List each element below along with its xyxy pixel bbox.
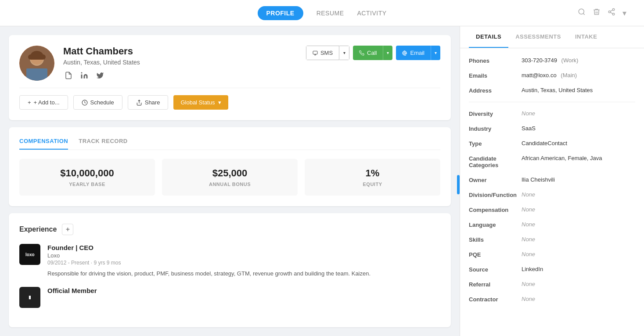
compensation-tabs: COMPENSATION TRACK RECORD xyxy=(19,138,440,150)
sms-dropdown[interactable]: ▾ xyxy=(339,46,349,60)
email-address[interactable]: matt@loxo.co xyxy=(522,72,557,79)
call-button[interactable]: Call xyxy=(353,46,383,60)
schedule-button[interactable]: Schedule xyxy=(73,95,122,110)
scroll-indicator xyxy=(457,175,460,194)
document-icon[interactable] xyxy=(63,70,74,81)
linkedin-icon[interactable] xyxy=(79,70,90,81)
top-navigation: PROFILE RESUME ActiviTy ▾ xyxy=(0,0,644,26)
sidebar-tab-details[interactable]: DETAILS xyxy=(469,26,508,48)
phones-value: 303-720-3749 (Work) xyxy=(522,57,635,64)
profile-top-row: Matt Chambers Austin, Texas, United Stat… xyxy=(19,46,440,81)
details-divider xyxy=(469,102,635,102)
pqe-value: None xyxy=(522,251,635,257)
phones-label: Phones xyxy=(469,57,522,64)
svg-rect-10 xyxy=(26,68,47,81)
address-value: Austin, Texas, United States xyxy=(522,87,635,93)
avatar xyxy=(19,46,54,81)
call-button-group: Call ▾ xyxy=(353,46,392,60)
search-icon[interactable] xyxy=(578,8,586,18)
division-label: Division/Function xyxy=(469,191,522,198)
twitter-icon[interactable] xyxy=(95,70,105,81)
svg-rect-14 xyxy=(81,75,83,79)
sms-button[interactable]: SMS xyxy=(306,46,339,60)
yearly-base-metric: $10,000,000 YEARLY BASE xyxy=(19,159,155,196)
tab-track-record[interactable]: TRACK RECORD xyxy=(79,138,127,150)
add-experience-button[interactable]: + xyxy=(62,224,73,235)
phone-number[interactable]: 303-720-3749 xyxy=(522,57,557,64)
compensation-label: Compensation xyxy=(469,206,522,213)
global-status-button[interactable]: Global Status ▾ xyxy=(173,95,228,110)
division-row: Division/Function None xyxy=(469,191,635,198)
chevron-down-icon[interactable]: ▾ xyxy=(622,8,626,18)
call-dropdown[interactable]: ▾ xyxy=(383,46,392,60)
nav-tabs: PROFILE RESUME ActiviTy xyxy=(257,6,386,20)
annual-bonus-value: $25,000 xyxy=(171,168,289,179)
compensation-card: COMPENSATION TRACK RECORD $10,000,000 YE… xyxy=(9,127,451,206)
type-label: Type xyxy=(469,140,522,147)
equity-metric: 1% EQUITY xyxy=(305,159,440,196)
division-value: None xyxy=(522,191,635,198)
email-type: (Main) xyxy=(561,72,577,79)
svg-text:loxo: loxo xyxy=(25,252,35,257)
social-links xyxy=(63,70,297,81)
sidebar-tabs: DETAILS ASSESSMENTS INTAKE xyxy=(460,26,644,48)
industry-label: Industry xyxy=(469,125,522,132)
language-label: Language xyxy=(469,221,522,228)
email-button-group: Email ▾ xyxy=(396,46,440,60)
tab-activity[interactable]: ActiviTy xyxy=(357,6,387,20)
diversity-row: Diversity None xyxy=(469,110,635,117)
emails-label: Emails xyxy=(469,72,522,79)
owner-label: Owner xyxy=(469,176,522,183)
candidate-name: Matt Chambers xyxy=(63,46,297,57)
candidate-categories-value: African American, Female, Java xyxy=(522,155,635,161)
svg-point-15 xyxy=(81,72,83,74)
right-sidebar: DETAILS ASSESSMENTS INTAKE Phones 303-72… xyxy=(460,26,644,336)
experience-card: Experience + loxo Founder | CEO Loxo 09/… xyxy=(9,213,451,327)
svg-point-0 xyxy=(579,9,584,14)
sms-button-group: SMS ▾ xyxy=(306,46,349,60)
left-content: Matt Chambers Austin, Texas, United Stat… xyxy=(0,26,460,336)
email-button[interactable]: Email xyxy=(396,46,431,60)
yearly-base-value: $10,000,000 xyxy=(28,168,146,179)
company-logo: loxo xyxy=(19,244,40,265)
tab-compensation[interactable]: COMPENSATION xyxy=(19,138,68,150)
referral-row: Referral None xyxy=(469,281,635,288)
annual-bonus-label: ANNUAL BONUS xyxy=(171,182,289,187)
nav-icons: ▾ xyxy=(578,8,626,18)
candidate-categories-row: Candidate Categories African American, F… xyxy=(469,155,635,168)
experience-item: ▮ Official Member xyxy=(19,287,440,308)
email-dropdown[interactable]: ▾ xyxy=(431,46,440,60)
add-to-button[interactable]: + + Add to... xyxy=(19,95,68,110)
job-description: Responsible for driving the vision, prod… xyxy=(47,269,440,278)
profile-card: Matt Chambers Austin, Texas, United Stat… xyxy=(9,35,451,120)
trash-icon[interactable] xyxy=(593,8,601,18)
address-row: Address Austin, Texas, United States xyxy=(469,87,635,94)
contractor-label: Contractor xyxy=(469,296,522,303)
phone-type: (Work) xyxy=(561,57,579,64)
emails-value: matt@loxo.co (Main) xyxy=(522,72,635,79)
compensation-metrics: $10,000,000 YEARLY BASE $25,000 ANNUAL B… xyxy=(19,159,440,196)
svg-rect-16 xyxy=(313,51,317,54)
tab-profile[interactable]: PROFILE xyxy=(257,6,303,20)
sidebar-tab-assessments[interactable]: ASSESSMENTS xyxy=(508,26,568,48)
sidebar-tab-intake[interactable]: INTAKE xyxy=(568,26,604,48)
svg-point-2 xyxy=(612,9,615,11)
owner-row: Owner Ilia Cheishvili xyxy=(469,176,635,183)
profile-row-actions: + + Add to... Schedule Share Global Stat… xyxy=(19,88,440,110)
job-dates: 09/2012 - Present · 9 yrs 9 mos xyxy=(47,260,440,266)
profile-actions: SMS ▾ Call ▾ xyxy=(306,46,440,60)
language-value: None xyxy=(522,221,635,228)
share-button[interactable]: Share xyxy=(128,95,169,110)
source-value: LinkedIn xyxy=(522,266,635,272)
industry-value: SaaS xyxy=(522,125,635,132)
tab-resume[interactable]: RESUME xyxy=(317,6,344,20)
sidebar-details-content: Phones 303-720-3749 (Work) Emails matt@l… xyxy=(460,48,644,336)
annual-bonus-metric: $25,000 ANNUAL BONUS xyxy=(162,159,298,196)
svg-line-1 xyxy=(583,13,584,14)
share-icon[interactable] xyxy=(608,8,615,18)
owner-value: Ilia Cheishvili xyxy=(522,176,635,183)
svg-point-4 xyxy=(612,13,615,15)
main-layout: Matt Chambers Austin, Texas, United Stat… xyxy=(0,26,644,336)
skills-label: Skills xyxy=(469,236,522,243)
svg-rect-13 xyxy=(28,54,46,60)
